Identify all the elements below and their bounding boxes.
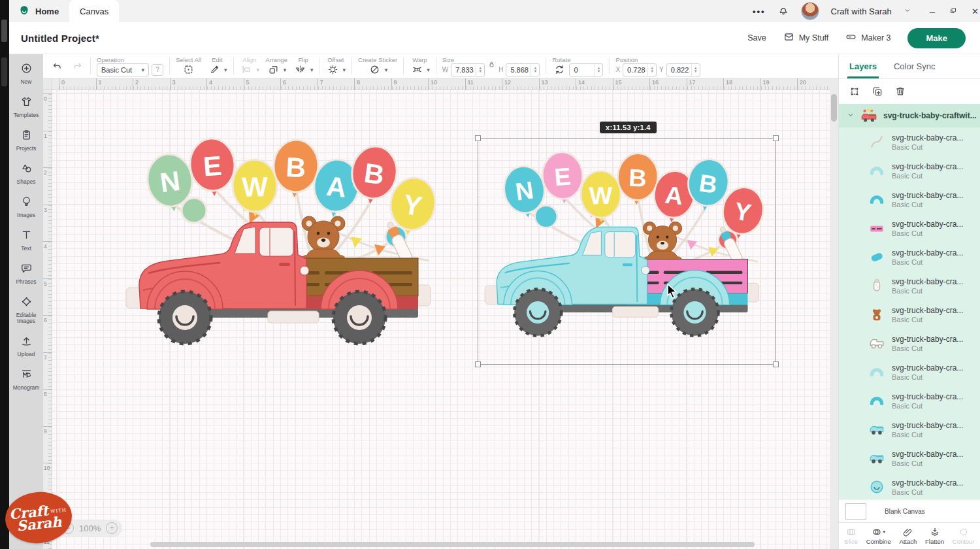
- selection-handle-bottom-right[interactable]: [773, 361, 779, 367]
- layer-actions-bar: Slice▾CombineAttachFlattenContour: [839, 522, 980, 549]
- select-all-button[interactable]: [182, 63, 196, 77]
- attach-button[interactable]: Attach: [899, 527, 917, 545]
- layer-row[interactable]: svg-truck-baby-cra...Basic Cut: [869, 415, 980, 444]
- speech-icon: [20, 262, 33, 277]
- ruler-mark-h: 2: [133, 78, 171, 90]
- sidebar-item-templates[interactable]: Templates: [9, 92, 43, 122]
- layer-row[interactable]: svg-truck-baby-cra...Basic Cut: [869, 473, 980, 499]
- sidebar-item-new[interactable]: New: [9, 59, 43, 88]
- layer-thumbnail: [869, 220, 885, 236]
- home-tab-label: Home: [35, 7, 59, 16]
- tab-layers[interactable]: Layers: [849, 54, 877, 78]
- sidebar-item-projects[interactable]: Projects: [9, 125, 43, 155]
- avatar[interactable]: [801, 2, 819, 20]
- tab-canvas[interactable]: Canvas: [69, 0, 119, 22]
- contour-button[interactable]: Contour: [953, 527, 975, 545]
- window-close-button[interactable]: ✕: [972, 7, 979, 16]
- sidebar-item-monogram[interactable]: Monogram: [9, 365, 43, 394]
- save-button[interactable]: Save: [747, 33, 766, 42]
- horizontal-scrollbar[interactable]: [150, 542, 755, 547]
- notifications-bell-icon[interactable]: [777, 4, 789, 18]
- sidebar-item-label: Monogram: [13, 385, 40, 391]
- offset-button[interactable]: [325, 63, 340, 77]
- position-y-input[interactable]: 0.822▲▼: [666, 63, 700, 76]
- height-input[interactable]: 5.868▲▼: [506, 63, 540, 76]
- align-button[interactable]: [240, 63, 254, 77]
- my-stuff-button[interactable]: My Stuff: [783, 31, 829, 44]
- warp-button[interactable]: [410, 63, 424, 77]
- flip-group: Flip ▾: [293, 54, 314, 78]
- attach-icon: [903, 527, 913, 537]
- combine-button[interactable]: ▾Combine: [866, 527, 891, 545]
- machine-select-button[interactable]: Maker 3: [845, 31, 890, 44]
- window-restore-button[interactable]: [949, 5, 957, 17]
- edit-button[interactable]: [207, 63, 221, 77]
- selection-handle-bottom-left[interactable]: [475, 361, 481, 367]
- vertical-scrollbar[interactable]: [831, 92, 838, 541]
- sidebar-item-upload[interactable]: Upload: [9, 331, 43, 361]
- operation-select[interactable]: Basic Cut▾: [97, 63, 149, 76]
- layer-title: svg-truck-baby-cra...: [892, 191, 963, 200]
- tab-home[interactable]: Home: [18, 5, 59, 18]
- tab-color-sync[interactable]: Color Sync: [894, 54, 936, 78]
- undo-button[interactable]: [50, 59, 64, 73]
- layer-row[interactable]: svg-truck-baby-cra...Basic Cut: [869, 127, 980, 156]
- account-chevron-down-icon[interactable]: [904, 5, 911, 17]
- blank-canvas-row[interactable]: Blank Canvas: [839, 499, 980, 522]
- sidebar-item-images[interactable]: Images: [9, 192, 43, 222]
- project-title[interactable]: Untitled Project*: [21, 33, 99, 44]
- lock-aspect-ratio-button[interactable]: [487, 59, 496, 71]
- layer-row[interactable]: svg-truck-baby-cra...Basic Cut: [869, 185, 980, 214]
- red-truck-artwork[interactable]: NEWBABY: [121, 125, 448, 374]
- group-chevron-down-icon[interactable]: [847, 110, 855, 122]
- sidebar-item-label: Upload: [18, 352, 35, 358]
- operation-group: Operation Basic Cut▾ ?: [97, 54, 163, 78]
- selection-handle-top-right[interactable]: [773, 135, 779, 141]
- arrange-button[interactable]: [267, 63, 281, 77]
- rotate-button[interactable]: [552, 63, 566, 77]
- flatten-button[interactable]: Flatten: [925, 527, 944, 545]
- edit-group: Edit ▾: [207, 54, 227, 78]
- layer-row[interactable]: svg-truck-baby-cra...Basic Cut: [869, 386, 980, 415]
- redo-button[interactable]: [70, 59, 84, 73]
- layer-row[interactable]: svg-truck-baby-cra...Basic Cut: [869, 242, 980, 271]
- width-input[interactable]: 7.833▲▼: [451, 63, 485, 76]
- blank-canvas-swatch[interactable]: [845, 503, 866, 520]
- layer-row[interactable]: svg-truck-baby-cra...Basic Cut: [869, 156, 980, 185]
- delete-button[interactable]: [894, 86, 906, 97]
- layer-row[interactable]: svg-truck-baby-cra...Basic Cut: [869, 329, 980, 358]
- selection-handle-top-left[interactable]: [475, 135, 481, 141]
- rotate-input[interactable]: 0▲▼: [569, 63, 603, 76]
- flip-button[interactable]: [293, 63, 308, 77]
- sidebar-item-shapes[interactable]: Shapes: [9, 159, 43, 188]
- layer-row[interactable]: svg-truck-baby-cra...Basic Cut: [869, 300, 980, 329]
- action-label: Slice: [844, 538, 858, 545]
- layer-thumbnail: [869, 249, 885, 265]
- sidebar-item-text[interactable]: Text: [9, 225, 43, 255]
- sidebar-item-editable-images[interactable]: Editable Images: [9, 292, 43, 327]
- window-minimize-button[interactable]: –: [930, 6, 935, 17]
- position-x-input[interactable]: 0.728▲▼: [623, 63, 657, 76]
- group-button[interactable]: [849, 86, 860, 97]
- svg-text:A: A: [325, 171, 348, 203]
- layer-operation-label: Basic Cut: [892, 258, 963, 266]
- create-sticker-button[interactable]: [368, 63, 382, 77]
- duplicate-button[interactable]: [872, 86, 883, 97]
- selection-box[interactable]: [478, 138, 776, 365]
- slice-button[interactable]: Slice: [844, 527, 858, 545]
- layer-row[interactable]: svg-truck-baby-cra...Basic Cut: [869, 444, 980, 473]
- layer-list: svg-truck-baby-cra...Basic Cutsvg-truck-…: [839, 127, 980, 499]
- layer-group-row[interactable]: svg-truck-baby-craftwit...: [839, 104, 980, 127]
- ruler-mark-v: 9: [43, 426, 52, 464]
- layer-row[interactable]: svg-truck-baby-cra...Basic Cut: [869, 358, 980, 386]
- action-label: Attach: [899, 538, 917, 545]
- sidebar-item-phrases[interactable]: Phrases: [9, 259, 43, 288]
- operation-help-button[interactable]: ?: [152, 64, 163, 76]
- layer-row[interactable]: svg-truck-baby-cra...Basic Cut: [869, 214, 980, 242]
- more-options-button[interactable]: •••: [753, 7, 766, 16]
- make-button[interactable]: Make: [907, 28, 966, 48]
- design-canvas[interactable]: NEWBABY NEWBABY x:11.53 y:1.4 − 100% +: [52, 90, 830, 549]
- layer-thumbnail: [869, 450, 885, 466]
- zoom-in-button[interactable]: +: [106, 522, 118, 534]
- layer-row[interactable]: svg-truck-baby-cra...Basic Cut: [869, 271, 980, 300]
